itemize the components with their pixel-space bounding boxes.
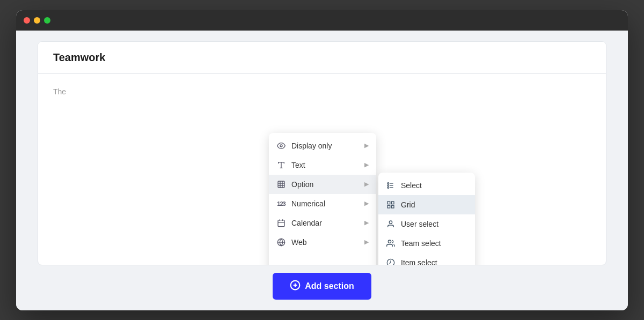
svg-point-14: [387, 184, 389, 186]
svg-point-0: [280, 145, 282, 147]
menu-item-text[interactable]: Text ▶: [269, 155, 376, 175]
chevron-icon-numerical: ▶: [364, 200, 369, 207]
svg-rect-20: [387, 202, 390, 204]
menu-label-display-only: Display only: [291, 142, 332, 150]
close-button[interactable]: [24, 17, 30, 24]
sub-item-grid[interactable]: Grid: [378, 195, 475, 214]
team-select-icon: [386, 239, 396, 248]
svg-rect-3: [278, 181, 284, 188]
svg-rect-23: [391, 205, 394, 208]
card-header: Teamwork: [38, 42, 606, 74]
placeholder: The: [53, 87, 66, 96]
sub-label-user-select: User select: [401, 220, 438, 228]
card-body: The: [38, 74, 606, 245]
menu-label-numerical: Numerical: [291, 199, 325, 208]
svg-point-18: [387, 187, 389, 188]
user-select-icon: [386, 219, 396, 229]
maximize-button[interactable]: [44, 17, 50, 24]
svg-rect-22: [387, 205, 390, 208]
card-title: Teamwork: [53, 51, 105, 63]
table-icon: [276, 180, 286, 189]
sub-label-select: Select: [401, 181, 422, 190]
globe-icon: [276, 237, 286, 247]
traffic-lights: [24, 17, 50, 24]
sub-label-item-select: Item select: [401, 258, 437, 265]
chevron-icon-option: ▶: [364, 181, 369, 188]
add-section-label: Add section: [305, 281, 354, 291]
sub-item-select[interactable]: Select: [378, 176, 475, 195]
menu-label-calendar: Calendar: [291, 219, 322, 227]
sub-item-team-select[interactable]: Team select: [378, 234, 475, 253]
sub-item-user-select[interactable]: User select: [378, 214, 475, 234]
sub-dropdown-menu: Select: [378, 173, 475, 265]
menu-label-text: Text: [291, 161, 305, 169]
sub-label-grid: Grid: [401, 200, 415, 209]
grid-icon: [386, 200, 396, 210]
menu-item-option[interactable]: Option ▶: [269, 175, 376, 194]
app-window: Teamwork The: [16, 10, 628, 310]
chevron-icon-calendar: ▶: [364, 219, 369, 226]
calendar-icon: [276, 218, 286, 228]
main-dropdown-menu: Display only ▶: [269, 133, 376, 265]
chevron-icon-web: ▶: [364, 239, 369, 245]
sub-label-team-select: Team select: [401, 239, 441, 248]
svg-rect-21: [391, 202, 394, 204]
item-select-icon: [386, 258, 396, 265]
sub-item-item-select[interactable]: Item select: [378, 253, 475, 265]
numerical-icon: 123: [276, 199, 286, 209]
chevron-icon-text: ▶: [364, 161, 369, 168]
svg-point-16: [387, 182, 389, 184]
text-icon: [276, 160, 286, 170]
add-section-icon: [290, 280, 301, 293]
select-icon: [386, 181, 396, 190]
menu-label-web: Web: [291, 238, 307, 247]
minimize-button[interactable]: [34, 17, 40, 24]
eye-icon: [276, 141, 286, 151]
svg-point-24: [389, 221, 392, 224]
dropdown-container: Display only ▶: [269, 133, 475, 265]
menu-label-option: Option: [291, 180, 313, 189]
content-area: Teamwork The: [16, 31, 628, 310]
add-section-button[interactable]: Add section: [273, 273, 371, 300]
svg-point-25: [388, 240, 391, 243]
chevron-icon: ▶: [364, 142, 369, 149]
menu-item-calendar[interactable]: Calendar ▶: [269, 213, 376, 233]
menu-item-display-only[interactable]: Display only ▶: [269, 136, 376, 155]
main-card: Teamwork The: [38, 41, 606, 265]
svg-rect-8: [278, 220, 284, 226]
menu-item-web[interactable]: Web ▶: [269, 233, 376, 252]
menu-item-numerical[interactable]: 123 Numerical ▶: [269, 194, 376, 213]
titlebar: [16, 10, 628, 31]
